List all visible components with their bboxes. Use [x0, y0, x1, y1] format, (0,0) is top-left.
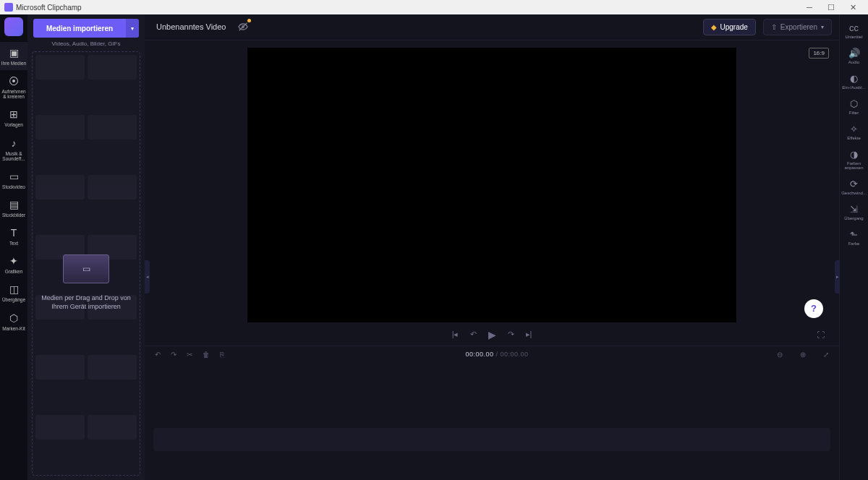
- timecode: 00:00.00 / 00:00.00: [465, 351, 528, 358]
- right-item-transition[interactable]: ⇲ Übergang: [840, 200, 869, 224]
- brandkit-icon: ⬡: [9, 312, 18, 324]
- right-item-filter[interactable]: ⬡ Filter: [840, 95, 869, 119]
- right-label: Farben anpassen: [840, 161, 869, 170]
- export-button[interactable]: ⇧ Exportieren ▾: [763, 19, 832, 35]
- timecode-duration: 00:00.00: [501, 351, 529, 358]
- project-title-input[interactable]: Unbenanntes Video: [152, 20, 230, 34]
- play-button[interactable]: ▶: [488, 329, 496, 340]
- clipchamp-logo[interactable]: [4, 17, 23, 36]
- speed-icon: ⟳: [840, 179, 869, 189]
- right-label: Filter: [840, 111, 869, 115]
- aspect-ratio-button[interactable]: 16:9: [809, 48, 829, 59]
- video-preview[interactable]: [247, 48, 736, 322]
- right-item-colors[interactable]: ◑ Farben anpassen: [840, 145, 869, 173]
- sidebar-item-transitions[interactable]: ◫ Übergänge: [0, 278, 27, 307]
- right-item-speed[interactable]: ⟳ Geschwind...: [840, 175, 869, 199]
- chevron-down-icon: ▾: [821, 24, 824, 30]
- right-label: Audio: [840, 60, 869, 64]
- filter-icon: ⬡: [840, 98, 869, 109]
- music-icon: ♪: [12, 137, 17, 149]
- sidebar-item-text[interactable]: T Text: [0, 222, 27, 250]
- templates-icon: ⊞: [9, 108, 18, 120]
- stockvideo-icon: ▭: [9, 171, 19, 182]
- audio-icon: 🔊: [840, 48, 869, 59]
- right-item-effects[interactable]: ✧ Effekte: [840, 120, 869, 144]
- collapse-right-panel[interactable]: ▸: [835, 260, 840, 293]
- sidebar-item-music[interactable]: ♪ Musik & Soundeff...: [0, 132, 27, 166]
- center-area: Unbenanntes Video ◆ Upgrade ⇧ Exportiere…: [145, 14, 839, 480]
- timeline[interactable]: [145, 363, 839, 480]
- transitions-icon: ◫: [9, 283, 19, 295]
- timecode-sep: /: [494, 351, 501, 358]
- right-label: Ein-/Ausbl...: [840, 85, 869, 90]
- subtitles-icon: cc: [840, 22, 869, 33]
- delete-button[interactable]: 🗑: [203, 351, 210, 359]
- text-icon: T: [11, 227, 17, 239]
- help-button[interactable]: ?: [804, 299, 823, 318]
- import-dropdown-button[interactable]: ▾: [126, 19, 139, 38]
- sidebar-item-graphics[interactable]: ✦ Grafiken: [0, 250, 27, 278]
- step-forward-button[interactable]: ↷: [508, 330, 514, 339]
- diamond-icon: ◆: [711, 23, 717, 31]
- maximize-button[interactable]: ☐: [820, 3, 842, 12]
- sidebar-label: Übergänge: [0, 297, 27, 302]
- undo-button[interactable]: ↶: [155, 351, 161, 359]
- timeline-track[interactable]: [153, 428, 830, 451]
- right-item-color[interactable]: ⬑ Farbe: [840, 226, 869, 249]
- sidebar-item-your-media[interactable]: ▣ Ihre Medien: [0, 42, 27, 70]
- sidebar-item-brandkit[interactable]: ⬡ Marken-Kit: [0, 307, 27, 335]
- colors-icon: ◑: [840, 149, 869, 160]
- right-label: Untertitel: [840, 35, 869, 39]
- sidebar-label: Vorlagen: [0, 122, 27, 127]
- titlebar: Microsoft Clipchamp ─ ☐ ✕: [0, 0, 868, 14]
- right-item-fade[interactable]: ◐ Ein-/Ausbl...: [840, 69, 869, 93]
- step-back-button[interactable]: ↶: [470, 330, 477, 339]
- skip-end-button[interactable]: ▸|: [526, 330, 532, 339]
- sidebar-item-templates[interactable]: ⊞ Vorlagen: [0, 103, 27, 132]
- sidebar-label: Ihre Medien: [0, 61, 27, 66]
- upgrade-button[interactable]: ◆ Upgrade: [703, 19, 756, 35]
- sidebar-item-stockvideo[interactable]: ▭ Stockvideo: [0, 166, 27, 194]
- app-title: Microsoft Clipchamp: [16, 4, 82, 12]
- left-sidebar: ▣ Ihre Medien ⦿ Aufnehmen & kreieren ⊞ V…: [0, 14, 27, 480]
- visibility-icon[interactable]: [237, 21, 249, 33]
- app-icon: [4, 3, 13, 12]
- playback-controls: |◂ ↶ ▶ ↷ ▸| ⛶: [145, 324, 839, 346]
- export-label: Exportieren: [780, 23, 817, 31]
- right-sidebar: cc Untertitel 🔊 Audio ◐ Ein-/Ausbl... ⬡ …: [839, 14, 868, 480]
- sidebar-label: Marken-Kit: [0, 326, 27, 331]
- dropzone-text: Medien per Drag and Drop von Ihrem Gerät…: [33, 293, 140, 311]
- export-icon: ⇧: [771, 23, 777, 31]
- timeline-toolbar: ↶ ↷ ✂ 🗑 ⎘ 00:00.00 / 00:00.00 ⊖ ⊕ ⤢: [145, 346, 839, 363]
- fit-button[interactable]: ⤢: [823, 351, 829, 359]
- minimize-button[interactable]: ─: [799, 3, 820, 12]
- redo-button[interactable]: ↷: [171, 351, 176, 359]
- close-button[interactable]: ✕: [842, 3, 864, 12]
- right-label: Übergang: [840, 216, 869, 220]
- split-button[interactable]: ✂: [187, 351, 192, 359]
- sidebar-label: Grafiken: [0, 269, 27, 274]
- record-icon: ⦿: [9, 75, 19, 87]
- stockimages-icon: ▤: [9, 199, 19, 210]
- skip-start-button[interactable]: |◂: [452, 330, 459, 339]
- preview-stage: 16:9 |◂ ↶ ▶ ↷ ▸| ⛶ ?: [145, 40, 839, 346]
- media-types-label: Videos, Audio, Bilder, GIFs: [27, 40, 145, 47]
- media-dropzone[interactable]: ▭ Medien per Drag and Drop von Ihrem Ger…: [32, 51, 140, 476]
- media-panel: Medien importieren ▾ Videos, Audio, Bild…: [27, 14, 145, 480]
- sidebar-label: Stockvideo: [0, 184, 27, 189]
- dropzone-thumb-icon: ▭: [63, 254, 109, 283]
- duplicate-button[interactable]: ⎘: [220, 351, 224, 359]
- right-label: Farbe: [840, 241, 869, 246]
- right-item-subtitles[interactable]: cc Untertitel: [840, 19, 869, 43]
- fullscreen-button[interactable]: ⛶: [817, 330, 825, 339]
- zoom-in-button[interactable]: ⊕: [800, 351, 806, 359]
- import-media-button[interactable]: Medien importieren: [33, 19, 126, 38]
- upgrade-label: Upgrade: [720, 23, 748, 31]
- right-item-audio[interactable]: 🔊 Audio: [840, 44, 869, 68]
- sidebar-item-stockimages[interactable]: ▤ Stockbilder: [0, 194, 27, 222]
- right-label: Effekte: [840, 136, 869, 140]
- sidebar-label: Musik & Soundeff...: [0, 151, 27, 161]
- zoom-out-button[interactable]: ⊖: [777, 351, 783, 359]
- effects-icon: ✧: [840, 124, 869, 134]
- sidebar-item-record[interactable]: ⦿ Aufnehmen & kreieren: [0, 70, 27, 103]
